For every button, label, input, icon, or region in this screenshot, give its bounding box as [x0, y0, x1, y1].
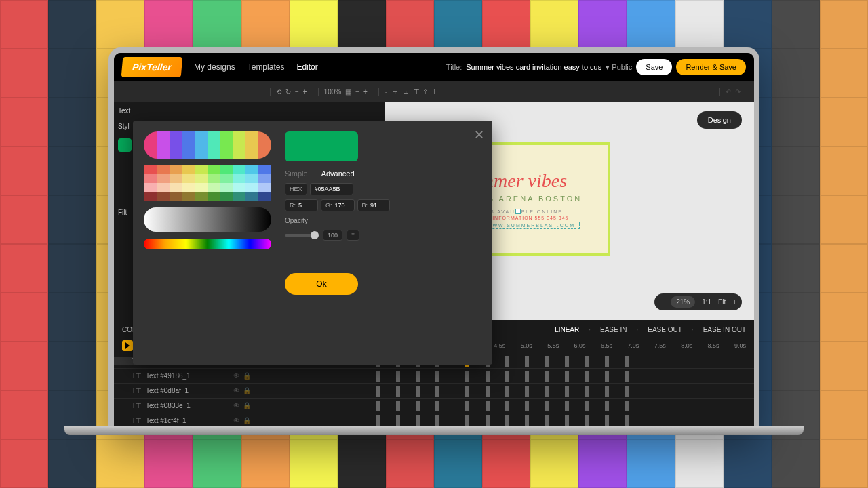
opacity-unit: † [347, 230, 359, 241]
palette-preset-1[interactable] [144, 131, 271, 159]
ok-button[interactable]: Ok [285, 273, 358, 295]
nav-templates[interactable]: Templates [248, 62, 285, 72]
rainbow-strip[interactable] [144, 239, 271, 249]
b-input[interactable] [370, 202, 385, 209]
selected-color-swatch [285, 131, 358, 161]
align-bottom-icon[interactable]: ⊥ [431, 88, 437, 96]
zoom-in-button[interactable]: + [732, 298, 736, 306]
align-left-icon[interactable]: ⫞ [384, 88, 388, 96]
format-toolbar: ⟲ ↻ − + 100% ▦ − + ⫞ ⫟ ⫠ ⊤ ⫯ ⊥ ↶ ↷ [114, 81, 754, 102]
nav-my-designs[interactable]: My designs [194, 62, 235, 72]
opacity-value[interactable]: 100 [323, 230, 342, 241]
zoom-in-icon[interactable]: + [363, 88, 368, 96]
color-picker-panel: ✕ Simple Advanced HEX R: G: B: Opacity 1… [133, 121, 492, 365]
zoom-fit-button[interactable]: Fit [718, 298, 726, 306]
close-icon[interactable]: ✕ [474, 127, 484, 142]
zoom-out-button[interactable]: − [660, 298, 664, 306]
track-row[interactable]: T⊤ Text #0833e_1👁🔒 [114, 399, 754, 413]
track-row[interactable]: T⊤ Text #0d8af_1👁🔒 [114, 384, 754, 399]
tab-advanced[interactable]: Advanced [321, 169, 355, 178]
rotate-icon[interactable]: ⟲ [276, 88, 281, 96]
opacity-label: Opacity [285, 217, 308, 224]
title-input[interactable] [466, 63, 601, 71]
ease-out[interactable]: EASE OUT [648, 326, 682, 333]
save-button[interactable]: Save [636, 59, 672, 75]
laptop-base [64, 426, 804, 435]
minus-icon[interactable]: − [295, 88, 299, 96]
design-mode-button[interactable]: Design [697, 111, 742, 129]
hex-input[interactable] [315, 186, 349, 192]
play-button[interactable] [122, 340, 133, 351]
track-row[interactable]: T⊤ Text #49186_1👁🔒 [114, 369, 754, 384]
sidebar-text[interactable]: Text [118, 107, 137, 115]
opacity-slider[interactable] [285, 234, 319, 237]
transparency-icon[interactable]: ▦ [345, 88, 351, 96]
visibility-toggle[interactable]: ▾ Public [606, 63, 632, 72]
undo-icon[interactable]: ↶ [726, 88, 731, 96]
current-color-swatch[interactable] [118, 138, 132, 152]
logo[interactable]: PixTeller [121, 57, 183, 77]
refresh-icon[interactable]: ↻ [285, 88, 291, 96]
align-middle-icon[interactable]: ⫯ [424, 88, 427, 96]
tab-simple[interactable]: Simple [285, 169, 308, 178]
plus-icon[interactable]: + [303, 88, 307, 96]
render-save-button[interactable]: Render & Save [676, 59, 746, 75]
timeline-tracks: T⊤ Text #97acf_1👁🔒T⊤ Text #49186_1👁🔒T⊤ T… [114, 354, 754, 428]
nav-editor[interactable]: Editor [296, 62, 317, 72]
zoom-out-icon[interactable]: − [355, 88, 359, 96]
zoom-control: − 21% 1:1 Fit + [654, 293, 742, 310]
g-input[interactable] [335, 202, 350, 209]
zoom-11-button[interactable]: 1:1 [702, 298, 711, 306]
palette-grid[interactable] [144, 165, 271, 201]
ease-in-out[interactable]: EASE IN OUT [703, 326, 746, 333]
ease-linear[interactable]: LINEAR [555, 326, 579, 333]
align-right-icon[interactable]: ⫠ [403, 88, 410, 96]
zoom-value: 100% [324, 88, 342, 96]
selection-handle[interactable] [515, 209, 521, 214]
align-center-icon[interactable]: ⫟ [392, 88, 399, 96]
zoom-percent[interactable]: 21% [671, 296, 695, 308]
redo-icon[interactable]: ↷ [735, 88, 741, 96]
grayscale-strip[interactable] [144, 207, 271, 232]
align-top-icon[interactable]: ⊤ [414, 88, 420, 96]
r-input[interactable] [298, 202, 313, 209]
topbar: PixTeller My designs Templates Editor Ti… [114, 53, 754, 81]
title-label: Title: [446, 63, 462, 71]
ease-in[interactable]: EASE IN [600, 326, 627, 333]
